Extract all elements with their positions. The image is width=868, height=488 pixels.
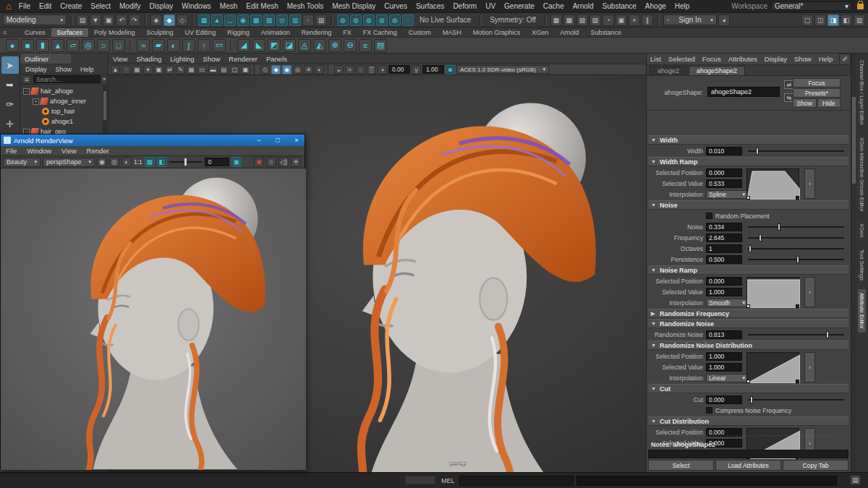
slider-handle[interactable] <box>750 396 753 403</box>
project-curve-icon[interactable]: ◩ <box>268 39 281 52</box>
shelf-tab-custom[interactable]: Custom <box>403 28 437 37</box>
new-scene-icon[interactable]: ▤ <box>77 14 88 26</box>
ae-menu-display[interactable]: Display <box>761 55 791 63</box>
loft-icon[interactable]: ≈ <box>137 39 150 52</box>
select-mask-dynamics-icon[interactable]: ▨ <box>263 14 275 26</box>
attr-slider[interactable] <box>748 395 844 404</box>
sidebar-tab-xgen-interactive-groom-editor[interactable]: XGen Interactive Groom Editor <box>858 134 866 215</box>
paint-effects-icon[interactable]: ▣ <box>616 14 627 26</box>
resolution-gate-icon[interactable]: ▬ <box>208 65 218 74</box>
stop-render-icon[interactable]: ■ <box>254 157 264 167</box>
snap-to-view-plane-icon[interactable]: ◍ <box>389 14 401 26</box>
outliner-item-ahoge1[interactable]: ahoge1 <box>20 116 108 127</box>
view-transform-dropdown[interactable]: ACES 1.0 SDR-video (sRGB)▾ <box>456 65 549 74</box>
outliner-item-top-hair[interactable]: top_hair <box>20 106 108 116</box>
main-menu-display[interactable]: Display <box>145 1 177 11</box>
shelf-tab-arnold[interactable]: Arnold <box>554 28 584 37</box>
bevel-icon[interactable]: ◢ <box>237 39 250 52</box>
shelf-tab-motion-graphics[interactable]: Motion Graphics <box>467 28 527 37</box>
shelf-tab-fx-caching[interactable]: FX Caching <box>357 28 403 37</box>
select-mask-rendering-icon[interactable]: ◎ <box>276 14 288 26</box>
ramp-handle[interactable] <box>796 380 799 383</box>
interpolation-dropdown[interactable]: Spline▾ <box>706 190 748 199</box>
workspace-dropdown[interactable]: General*▾ <box>771 1 852 11</box>
birail-icon[interactable]: ∫ <box>182 39 195 52</box>
ramp-expand-button[interactable]: › <box>804 168 815 199</box>
section-header-randomize-noise[interactable]: ▼Randomize Noise <box>648 319 848 328</box>
interpolation-dropdown[interactable]: Smooth▾ <box>706 299 748 307</box>
attr-value-field[interactable]: 1.000 <box>706 352 742 361</box>
shelf-tab-animation[interactable]: Animation <box>255 28 296 37</box>
rebuild-surface-icon[interactable]: ▤ <box>374 39 387 52</box>
select-button[interactable]: Select <box>648 460 714 471</box>
checkbox-random-placement[interactable] <box>706 213 712 219</box>
single-pane-icon[interactable]: ▢ <box>801 14 813 26</box>
planar-icon[interactable]: ▰ <box>152 39 165 52</box>
ramp-handle[interactable] <box>746 196 750 200</box>
playblast-icon[interactable]: ◔ <box>603 14 614 26</box>
shape-name-field[interactable]: ahogeShape2 <box>707 87 780 97</box>
attr-value-field[interactable]: 0.010 <box>706 147 742 155</box>
slider-handle[interactable] <box>778 223 780 231</box>
channel-box-toggle-icon[interactable]: ▥ <box>854 14 865 26</box>
select-mask-curves-icon[interactable]: ◡ <box>224 14 236 26</box>
load-attributes-button[interactable]: Load Attributes <box>715 460 781 471</box>
attr-slider[interactable] <box>748 234 844 242</box>
main-menu-mesh[interactable]: Mesh <box>216 1 242 11</box>
select-by-component-icon[interactable]: ◇ <box>176 14 188 26</box>
shelf-tab-sculpting[interactable]: Sculpting <box>141 28 179 37</box>
ab-compare-icon[interactable]: ◐ <box>122 157 132 167</box>
attr-value-field[interactable]: 0.000 <box>706 168 742 177</box>
untrim-icon[interactable]: ◭ <box>313 39 326 52</box>
shelf-tab-curves[interactable]: Curves <box>19 28 51 37</box>
bookmark-icon[interactable]: ▾ <box>143 65 153 74</box>
ramp-preview[interactable] <box>746 277 799 307</box>
show-button[interactable]: Show <box>793 98 817 108</box>
ramp-handle[interactable] <box>746 304 750 308</box>
section-header-noise-ramp[interactable]: ▼Noise Ramp <box>648 265 848 275</box>
textured-icon[interactable]: ◉ <box>282 65 292 74</box>
attr-value-field[interactable]: 0.334 <box>706 223 742 231</box>
section-header-cut[interactable]: ▼Cut <box>648 384 848 393</box>
outliner-search-input[interactable]: Search... <box>33 75 101 83</box>
main-menu-substance[interactable]: Substance <box>598 1 641 11</box>
outliner-item-ahoge-inner[interactable]: +ahoge_inner <box>20 96 108 106</box>
debug-shading-icon[interactable]: ◧ <box>157 157 167 167</box>
main-menu-generate[interactable]: Generate <box>500 1 539 11</box>
camera-dropdown[interactable]: perspShape▾ <box>43 158 95 167</box>
settings-gear-icon[interactable]: ✳ <box>291 157 301 167</box>
section-header-width-ramp[interactable]: ▼Width Ramp <box>648 157 848 166</box>
shaded-icon[interactable]: ◆ <box>271 65 281 74</box>
insert-isoparm-icon[interactable]: ≡ <box>359 39 372 52</box>
select-mask-joints-icon[interactable]: ▲ <box>211 14 223 26</box>
sidebar-tab-xgen[interactable]: XGen <box>858 220 866 241</box>
film-gate-icon[interactable]: ▭ <box>197 65 207 74</box>
shelf-tab-substance[interactable]: Substance <box>584 28 627 37</box>
arnold-status-icon[interactable]: ◕ <box>718 14 730 26</box>
section-header-randomize-frequency[interactable]: ▶Randomize Frequency <box>648 309 848 318</box>
shelf-tab-rigging[interactable]: Rigging <box>221 28 255 37</box>
attr-value-field[interactable]: 1 <box>706 244 742 253</box>
renderview-menu-render[interactable]: Render <box>82 147 114 155</box>
ae-menu-attributes[interactable]: Attributes <box>725 55 761 63</box>
redo-icon[interactable]: ↷ <box>129 14 140 26</box>
attr-value-field[interactable]: 0.000 <box>706 395 742 404</box>
renderview-menu-file[interactable]: File <box>1 147 22 155</box>
attr-slider[interactable] <box>748 223 844 231</box>
nurbs-torus-icon[interactable]: ◎ <box>82 39 95 52</box>
slider-handle[interactable] <box>796 256 799 263</box>
main-menu-curves[interactable]: Curves <box>380 1 412 11</box>
nurbs-sphere-icon[interactable]: ● <box>6 39 19 52</box>
outliner-menu-show[interactable]: Show <box>52 66 76 73</box>
make-object-live-icon[interactable]: ◌ <box>402 14 414 26</box>
main-menu-uv[interactable]: UV <box>481 1 500 11</box>
ae-menu-list[interactable]: List <box>647 55 665 63</box>
boundary-icon[interactable]: ▭ <box>213 39 226 52</box>
main-menu-mesh-display[interactable]: Mesh Display <box>328 1 380 11</box>
sidebar-tab-channel-box-layer-editor[interactable]: Channel Box / Layer Editor <box>858 56 866 129</box>
notes-textarea[interactable] <box>648 450 848 458</box>
select-tool-icon[interactable]: ➤ <box>1 56 19 74</box>
main-menu-select[interactable]: Select <box>86 1 115 11</box>
nurbs-cube-icon[interactable]: ■ <box>21 39 34 52</box>
attribute-editor-scrollbar[interactable] <box>851 53 856 472</box>
